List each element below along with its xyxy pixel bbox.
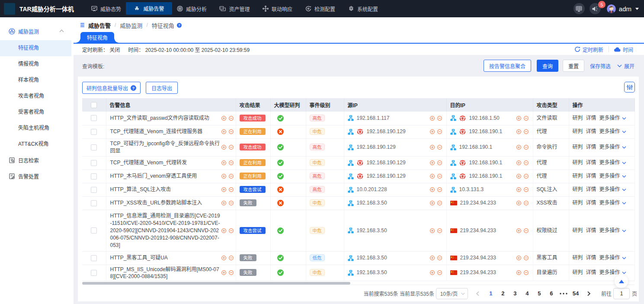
svg-text:?: ? [132, 85, 135, 90]
svg-text:?: ? [178, 23, 180, 27]
